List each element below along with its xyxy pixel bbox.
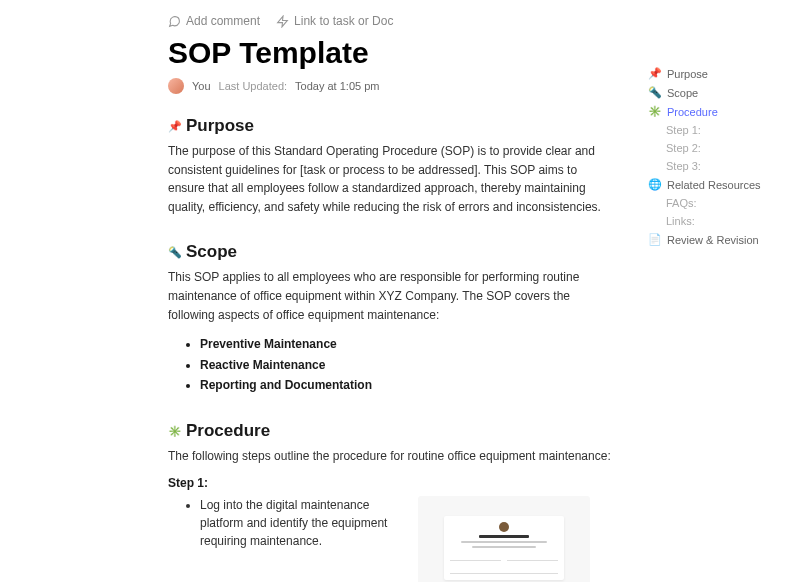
flashlight-icon: 🔦 <box>168 246 182 259</box>
meta-updated-time: Today at 1:05 pm <box>295 80 379 92</box>
outline-label: Scope <box>667 87 698 99</box>
outline-sub-step2[interactable]: Step 2: <box>648 139 788 157</box>
purpose-heading: 📌 Purpose <box>168 116 616 136</box>
outline-label: Related Resources <box>667 179 761 191</box>
step1-text: Log into the digital maintenance platfor… <box>200 496 398 550</box>
outline-label: Step 2: <box>666 142 701 154</box>
form-avatar-icon <box>499 522 509 532</box>
add-comment-label: Add comment <box>186 14 260 28</box>
add-comment-button[interactable]: Add comment <box>168 14 260 28</box>
form-line <box>472 546 537 548</box>
outline-sub-step1[interactable]: Step 1: <box>648 121 788 139</box>
pushpin-icon: 📌 <box>648 67 662 80</box>
outline-item-procedure[interactable]: ✳️ Procedure <box>648 102 788 121</box>
outline-sub-faqs[interactable]: FAQs: <box>648 194 788 212</box>
svg-marker-0 <box>278 16 288 27</box>
top-action-bar: Add comment Link to task or Doc <box>168 14 616 28</box>
asterisk-icon: ✳️ <box>648 105 662 118</box>
outline-sub-step3[interactable]: Step 3: <box>648 157 788 175</box>
list-item: Preventive Maintenance <box>200 334 616 354</box>
outline-label: Purpose <box>667 68 708 80</box>
step1-image[interactable] <box>418 496 590 582</box>
flashlight-icon: 🔦 <box>648 86 662 99</box>
avatar[interactable] <box>168 78 184 94</box>
comment-icon <box>168 15 181 28</box>
procedure-heading-text: Procedure <box>186 421 270 441</box>
procedure-heading: ✳️ Procedure <box>168 421 616 441</box>
meta-author: You <box>192 80 211 92</box>
link-task-label: Link to task or Doc <box>294 14 393 28</box>
outline-item-resources[interactable]: 🌐 Related Resources <box>648 175 788 194</box>
outline-label: Links: <box>666 215 695 227</box>
form-mockup <box>444 516 564 580</box>
step1-row: Log into the digital maintenance platfor… <box>168 496 616 582</box>
purpose-heading-text: Purpose <box>186 116 254 136</box>
page-title: SOP Template <box>168 36 616 70</box>
form-input-mock <box>450 555 501 561</box>
asterisk-icon: ✳️ <box>168 425 182 438</box>
link-icon <box>276 15 289 28</box>
list-item: Reactive Maintenance <box>200 355 616 375</box>
outline-label: Review & Revision <box>667 234 759 246</box>
form-line <box>461 541 547 543</box>
scope-body-wrap: This SOP applies to all employees who ar… <box>168 268 616 395</box>
scope-body: This SOP applies to all employees who ar… <box>168 270 579 321</box>
outline-label: Step 3: <box>666 160 701 172</box>
step1-label: Step 1: <box>168 476 616 490</box>
form-input-mock <box>507 555 558 561</box>
form-input-mock <box>450 568 558 574</box>
page-icon: 📄 <box>648 233 662 246</box>
scope-bullets: Preventive Maintenance Reactive Maintena… <box>200 334 616 395</box>
outline-sub-links[interactable]: Links: <box>648 212 788 230</box>
list-item: Reporting and Documentation <box>200 375 616 395</box>
outline-item-scope[interactable]: 🔦 Scope <box>648 83 788 102</box>
outline-label: FAQs: <box>666 197 697 209</box>
outline-item-review[interactable]: 📄 Review & Revision <box>648 230 788 249</box>
pushpin-icon: 📌 <box>168 120 182 133</box>
purpose-body: The purpose of this Standard Operating P… <box>168 142 616 216</box>
step1-list: Log into the digital maintenance platfor… <box>200 496 398 550</box>
outline-label: Step 1: <box>666 124 701 136</box>
scope-heading: 🔦 Scope <box>168 242 616 262</box>
procedure-body: The following steps outline the procedur… <box>168 447 616 466</box>
outline-label: Procedure <box>667 106 718 118</box>
outline-sidebar: 📌 Purpose 🔦 Scope ✳️ Procedure Step 1: S… <box>640 0 800 582</box>
meta-row: You Last Updated: Today at 1:05 pm <box>168 78 616 94</box>
globe-icon: 🌐 <box>648 178 662 191</box>
scope-heading-text: Scope <box>186 242 237 262</box>
form-title <box>479 535 529 538</box>
link-task-button[interactable]: Link to task or Doc <box>276 14 393 28</box>
outline-item-purpose[interactable]: 📌 Purpose <box>648 64 788 83</box>
meta-updated-label: Last Updated: <box>219 80 288 92</box>
